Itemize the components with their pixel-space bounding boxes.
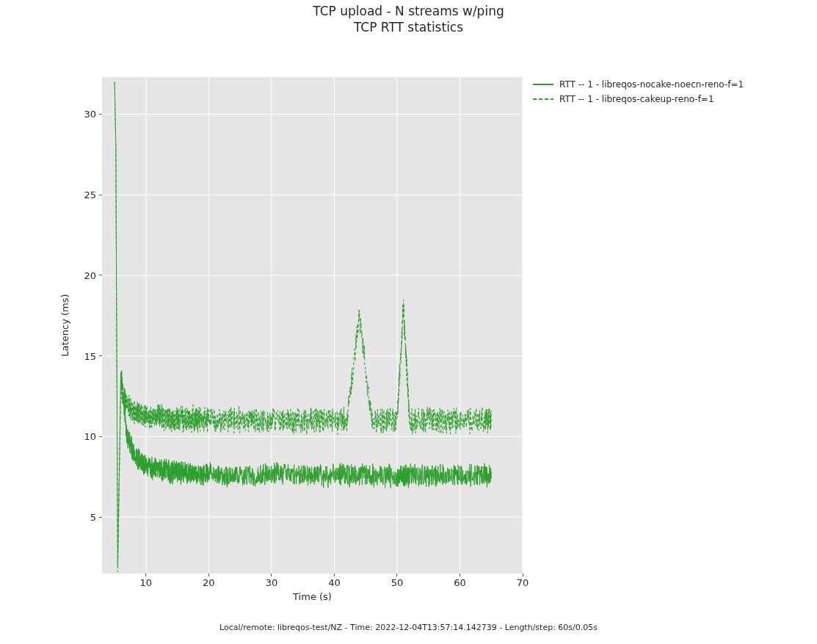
chart-title: TCP upload - N streams w/ping [0, 3, 817, 19]
title-block: TCP upload - N streams w/ping TCP RTT st… [0, 3, 817, 35]
legend-entry: RTT -- 1 - libreqos-cakeup-reno-f=1 [533, 92, 744, 106]
y-tick-label: 5 [90, 512, 96, 523]
y-tick-label: 15 [84, 350, 96, 361]
legend-label: RTT -- 1 - libreqos-nocake-noecn-reno-f=… [559, 79, 744, 90]
series-line [115, 82, 491, 565]
x-tick-label: 60 [454, 577, 466, 588]
chart-subtitle: TCP RTT statistics [0, 19, 817, 35]
chart-figure: TCP upload - N streams w/ping TCP RTT st… [0, 0, 817, 644]
x-tick-mark [208, 574, 209, 576]
y-tick-label: 30 [84, 109, 96, 120]
plot-svg [102, 77, 523, 574]
y-tick-mark [99, 114, 102, 115]
legend: RTT -- 1 - libreqos-nocake-noecn-reno-f=… [533, 77, 744, 106]
x-tick-mark [334, 574, 335, 576]
y-tick-mark [99, 436, 102, 437]
x-tick-label: 70 [517, 577, 529, 588]
legend-swatch-icon [533, 94, 553, 104]
plot-area [102, 77, 523, 574]
y-tick-label: 10 [84, 431, 96, 442]
x-tick-mark [460, 574, 460, 576]
x-tick-mark [523, 574, 523, 576]
chart-footer: Local/remote: libreqos-test/NZ - Time: 2… [0, 623, 817, 632]
y-tick-mark [99, 355, 102, 356]
x-tick-label: 20 [203, 577, 215, 588]
x-tick-label: 10 [140, 577, 153, 588]
legend-swatch-icon [533, 79, 553, 90]
x-axis-label: Time (s) [102, 591, 523, 602]
legend-entry: RTT -- 1 - libreqos-nocake-noecn-reno-f=… [533, 77, 744, 92]
series-line [115, 82, 491, 572]
y-tick-label: 25 [84, 189, 96, 200]
y-tick-label: 20 [84, 269, 96, 281]
x-tick-mark [145, 574, 146, 576]
y-tick-mark [99, 517, 102, 518]
x-tick-mark [271, 574, 272, 576]
x-tick-label: 40 [328, 577, 341, 588]
x-tick-label: 50 [391, 577, 404, 588]
x-tick-mark [396, 574, 397, 576]
y-tick-mark [99, 195, 102, 195]
y-tick-mark [99, 275, 102, 275]
y-axis-label: Latency (ms) [59, 294, 70, 356]
x-tick-label: 30 [266, 577, 278, 588]
legend-label: RTT -- 1 - libreqos-cakeup-reno-f=1 [559, 94, 714, 104]
